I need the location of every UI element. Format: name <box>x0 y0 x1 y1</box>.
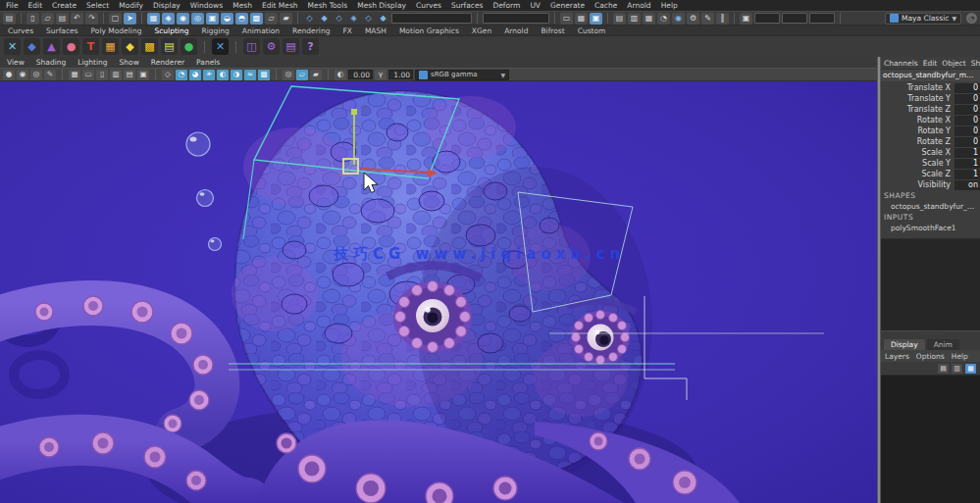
gamma-icon[interactable]: γ <box>375 70 387 80</box>
panel-menu-renderer[interactable]: Renderer <box>151 58 184 67</box>
undo-icon[interactable]: ↶ <box>71 13 83 25</box>
menu-cache[interactable]: Cache <box>594 1 617 10</box>
render-flag-icon[interactable]: ◆ <box>318 13 331 25</box>
reference-flag-icon[interactable]: ◆ <box>377 13 389 25</box>
joint-xray-icon[interactable]: ▰ <box>310 70 322 80</box>
snap-point-icon[interactable]: ◉ <box>177 13 189 25</box>
menu-create[interactable]: Create <box>52 1 77 10</box>
channel-value-field[interactable]: 1 <box>954 159 980 169</box>
channel-value-field[interactable]: 0 <box>954 137 980 147</box>
single-pane-icon[interactable]: ▭ <box>560 13 573 25</box>
channel-box-node[interactable]: octopus_standbyfur_meshSha... <box>881 201 980 212</box>
panel-menu-view[interactable]: View <box>7 58 25 67</box>
layered-texture-icon[interactable]: ▤ <box>161 38 178 55</box>
xray-mode-icon[interactable]: ▱ <box>296 70 308 80</box>
history-inputs-icon[interactable]: ▱ <box>265 13 278 25</box>
mash-gear-icon[interactable]: ⚙ <box>263 38 280 55</box>
pause-viewport-icon[interactable]: ‖ <box>716 13 729 25</box>
paint-effects-icon[interactable]: ✎ <box>701 13 714 25</box>
channel-row[interactable]: Rotate Z0 <box>881 136 980 147</box>
save-scene-icon[interactable]: ▤ <box>56 13 69 25</box>
sculpt-lift-brush-icon[interactable]: ✕ <box>4 38 21 55</box>
menu-surfaces[interactable]: Surfaces <box>451 1 483 10</box>
menu-edit[interactable]: Edit <box>28 1 43 10</box>
ipr-render-icon[interactable]: ▥ <box>628 13 641 25</box>
channel-box-menu-show[interactable]: Show <box>971 59 980 68</box>
sculpt-smear-brush-icon[interactable]: ● <box>63 38 79 55</box>
menu-curves[interactable]: Curves <box>416 1 441 10</box>
channel-value-field[interactable]: 0 <box>954 116 980 126</box>
viewport-canvas[interactable]: 技巧CG www.jiqiaoxb.cn <box>0 81 877 503</box>
redo-icon[interactable]: ↷ <box>85 13 98 25</box>
center-pivot-icon[interactable]: ● <box>3 70 15 80</box>
sculpt-pinch-brush-icon[interactable]: ◆ <box>122 38 138 55</box>
render-current-frame-icon[interactable]: ▤ <box>613 13 626 25</box>
four-pane-icon[interactable]: ▦ <box>575 13 588 25</box>
shaded-mode-icon[interactable]: ◔ <box>176 70 187 80</box>
panel-menu-shading[interactable]: Shading <box>36 58 66 67</box>
channel-box-object-name[interactable]: octopus_standbyfur_mesh01 <box>881 70 980 81</box>
use-all-lights-icon[interactable]: ☀ <box>203 70 215 80</box>
visibility-flag-icon[interactable]: ◇ <box>333 13 345 25</box>
saved-layout-icon[interactable]: ▣ <box>590 13 602 25</box>
snap-projected-center-icon[interactable]: ◎ <box>191 13 204 25</box>
menu-mesh[interactable]: Mesh <box>232 1 252 10</box>
panel-menu-lighting[interactable]: Lighting <box>77 58 107 67</box>
field-chart-icon[interactable]: ▤ <box>124 70 135 80</box>
channel-box-node[interactable]: polySmoothFace1 <box>881 223 980 233</box>
exposure-icon[interactable]: ◐ <box>335 70 346 80</box>
render-sequence-icon[interactable]: ▦ <box>643 13 655 25</box>
channel-value-field[interactable]: 1 <box>954 148 980 158</box>
history-outputs-icon[interactable]: ▰ <box>280 13 292 25</box>
channel-value-field[interactable]: 1 <box>954 170 980 179</box>
new-scene-icon[interactable]: ▯ <box>26 13 39 25</box>
motion-blur-icon[interactable]: ≈ <box>244 70 256 80</box>
shelf-tab-fx[interactable]: FX <box>342 26 351 35</box>
layer-editor-menu-layers[interactable]: Layers <box>885 352 909 361</box>
gate-mask-icon[interactable]: ▥ <box>110 70 122 80</box>
shelf-tab-sculpting[interactable]: Sculpting <box>154 26 188 35</box>
help-circle-icon[interactable]: ◔ <box>966 13 977 24</box>
channel-row[interactable]: Rotate X0 <box>881 115 980 126</box>
light-editor-icon[interactable]: ⚙ <box>687 13 699 25</box>
menu-generate[interactable]: Generate <box>550 1 585 10</box>
empty-layer-icon[interactable]: ▥ <box>952 364 962 374</box>
channel-row[interactable]: Scale X1 <box>881 147 980 158</box>
anti-aliasing-icon[interactable]: ▩ <box>258 70 270 80</box>
snap-curve-icon[interactable]: ◈ <box>162 13 175 25</box>
select-camera-icon[interactable]: ◉ <box>17 70 28 80</box>
select-tool-icon[interactable]: ➤ <box>124 13 136 25</box>
channel-value-field[interactable]: 0 <box>954 105 980 115</box>
mash-distribute-icon[interactable]: ◫ <box>243 38 260 55</box>
menu-mesh-display[interactable]: Mesh Display <box>357 1 406 10</box>
make-live-icon[interactable]: ◓ <box>235 13 248 25</box>
channel-row[interactable]: Translate X0 <box>881 82 980 93</box>
sculpt-knife-brush-icon[interactable]: ▲ <box>43 38 60 55</box>
channel-value-field[interactable]: 0 <box>954 94 980 104</box>
octopus-right-eye[interactable] <box>571 311 630 365</box>
lock-camera-icon[interactable]: ◎ <box>30 70 42 80</box>
shadows-icon[interactable]: ◐ <box>217 70 229 80</box>
menu-uv[interactable]: UV <box>530 1 541 10</box>
layer-list[interactable] <box>881 375 980 503</box>
snap-surface-icon[interactable]: ◒ <box>221 13 233 25</box>
sculpt-stamp-brush-icon[interactable]: T <box>82 38 99 55</box>
shelf-tab-xgen[interactable]: XGen <box>472 26 491 35</box>
menu-help[interactable]: Help <box>661 1 678 10</box>
wire-color-icon[interactable]: ◇ <box>362 13 375 25</box>
safe-action-icon[interactable]: ▣ <box>137 70 149 80</box>
channel-row[interactable]: Translate Z0 <box>881 104 980 115</box>
gamma-field[interactable]: 1.00 <box>388 70 413 79</box>
view-transform-dropdown[interactable]: sRGB gamma ▼ <box>415 70 509 80</box>
resolution-gate-icon[interactable]: ▯ <box>96 70 108 80</box>
layer-editor-menu-options[interactable]: Options <box>916 352 945 361</box>
shelf-tab-curves[interactable]: Curves <box>8 26 33 35</box>
textured-mode-icon[interactable]: ◕ <box>189 70 201 80</box>
grid-toggle-icon[interactable]: ▦ <box>69 70 80 80</box>
panel-menu-panels[interactable]: Panels <box>196 58 220 67</box>
shelf-tab-animation[interactable]: Animation <box>242 26 280 35</box>
snap-grid-icon[interactable]: ▦ <box>147 13 160 25</box>
wireframe-mode-icon[interactable]: ◇ <box>162 70 174 80</box>
menu-edit-mesh[interactable]: Edit Mesh <box>262 1 298 10</box>
selection-mask-icon[interactable]: ▢ <box>109 13 122 25</box>
